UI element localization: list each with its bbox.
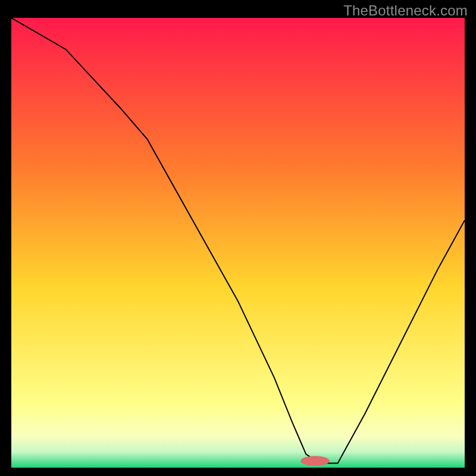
optimal-marker — [300, 456, 330, 466]
chart-background — [11, 18, 465, 468]
watermark-text: TheBottleneck.com — [343, 2, 468, 19]
chart-frame — [9, 18, 467, 470]
bottleneck-chart — [11, 18, 465, 468]
